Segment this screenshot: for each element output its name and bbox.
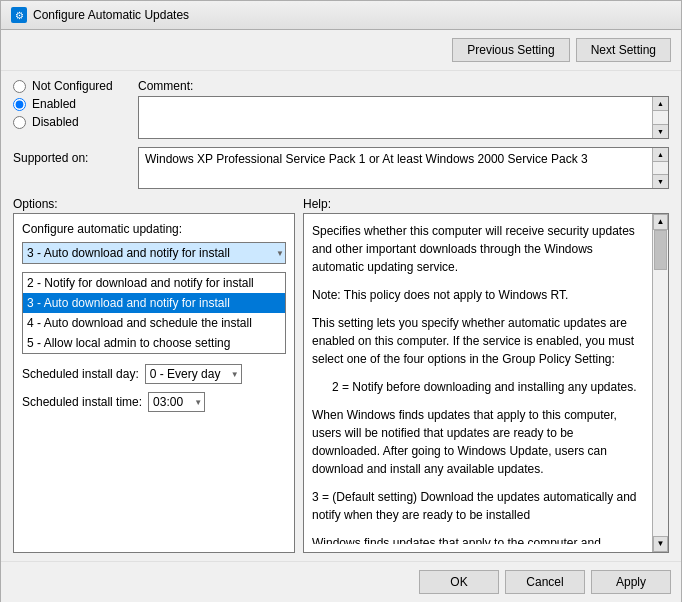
top-navigation: Previous Setting Next Setting [1, 30, 681, 71]
supported-scroll-track [653, 162, 668, 174]
radio-comment-section: Not Configured Enabled Disabled Comment:… [1, 71, 681, 143]
schedule-time-wrapper: 03:00 ▼ [148, 392, 205, 412]
comment-section: Comment: ▲ ▼ [138, 79, 669, 139]
radio-enabled[interactable]: Enabled [13, 97, 128, 111]
help-content: Specifies whether this computer will rec… [312, 222, 660, 544]
dropdown-item-0[interactable]: 2 - Notify for download and notify for i… [23, 273, 285, 293]
schedule-time-select[interactable]: 03:00 [148, 392, 205, 412]
help-scroll-thumb[interactable] [654, 230, 667, 270]
comment-textarea-container: ▲ ▼ [138, 96, 669, 139]
help-scroll-track [653, 230, 668, 536]
comment-textarea[interactable] [139, 97, 652, 138]
radio-enabled-input[interactable] [13, 98, 26, 111]
schedule-time-label: Scheduled install time: [22, 395, 142, 409]
radio-enabled-label: Enabled [32, 97, 76, 111]
supported-label: Supported on: [13, 147, 128, 165]
help-section-label: Help: [303, 197, 669, 211]
schedule-day-label: Scheduled install day: [22, 367, 139, 381]
radio-not-configured[interactable]: Not Configured [13, 79, 128, 93]
help-para-2: This setting lets you specify whether au… [312, 314, 644, 368]
options-panel: Configure automatic updating: 3 - Auto d… [13, 213, 295, 553]
dropdown-list: 2 - Notify for download and notify for i… [22, 272, 286, 354]
help-panel: Specifies whether this computer will rec… [303, 213, 669, 553]
help-scrollbar: ▲ ▼ [652, 214, 668, 552]
configure-label: Configure automatic updating: [22, 222, 286, 236]
help-para-5: 3 = (Default setting) Download the updat… [312, 488, 644, 524]
panel-labels-row: Options: Help: [1, 197, 681, 213]
title-bar: ⚙ Configure Automatic Updates [1, 1, 681, 30]
configure-dropdown[interactable]: 3 - Auto download and notify for install [22, 242, 286, 264]
supported-value: Windows XP Professional Service Pack 1 o… [139, 148, 652, 188]
dropdown-item-1[interactable]: 3 - Auto download and notify for install [23, 293, 285, 313]
bottom-buttons: OK Cancel Apply [1, 561, 681, 602]
cancel-button[interactable]: Cancel [505, 570, 585, 594]
comment-scroll-track [653, 111, 668, 124]
comment-scrollbar: ▲ ▼ [652, 97, 668, 138]
next-setting-button[interactable]: Next Setting [576, 38, 671, 62]
radio-disabled-label: Disabled [32, 115, 79, 129]
supported-scroll-down[interactable]: ▼ [653, 174, 668, 188]
supported-scroll-up[interactable]: ▲ [653, 148, 668, 162]
supported-section: Supported on: Windows XP Professional Se… [1, 143, 681, 197]
help-scroll-down[interactable]: ▼ [653, 536, 668, 552]
radio-not-configured-input[interactable] [13, 80, 26, 93]
configure-dropdown-container: 3 - Auto download and notify for install… [22, 242, 286, 264]
previous-setting-button[interactable]: Previous Setting [452, 38, 569, 62]
main-panels: Configure automatic updating: 3 - Auto d… [1, 213, 681, 561]
schedule-day-row: Scheduled install day: 0 - Every day ▼ [22, 364, 286, 384]
radio-disabled-input[interactable] [13, 116, 26, 129]
help-box: Specifies whether this computer will rec… [303, 213, 669, 553]
dialog-window: ⚙ Configure Automatic Updates Previous S… [0, 0, 682, 602]
dialog-title: Configure Automatic Updates [33, 8, 671, 22]
configure-dropdown-wrapper: 3 - Auto download and notify for install… [22, 242, 286, 264]
schedule-time-row: Scheduled install time: 03:00 ▼ [22, 392, 286, 412]
supported-scrollbar: ▲ ▼ [652, 148, 668, 188]
help-para-3: 2 = Notify before downloading and instal… [332, 378, 644, 396]
ok-button[interactable]: OK [419, 570, 499, 594]
dialog-icon: ⚙ [11, 7, 27, 23]
options-box: Configure automatic updating: 3 - Auto d… [13, 213, 295, 553]
help-text: Specifies whether this computer will rec… [312, 222, 644, 544]
comment-label: Comment: [138, 79, 669, 93]
apply-button[interactable]: Apply [591, 570, 671, 594]
supported-value-container: Windows XP Professional Service Pack 1 o… [138, 147, 669, 189]
dropdown-item-2[interactable]: 4 - Auto download and schedule the insta… [23, 313, 285, 333]
schedule-day-select[interactable]: 0 - Every day [145, 364, 242, 384]
schedule-day-wrapper: 0 - Every day ▼ [145, 364, 242, 384]
help-para-1: Note: This policy does not apply to Wind… [312, 286, 644, 304]
radio-not-configured-label: Not Configured [32, 79, 113, 93]
dropdown-item-3[interactable]: 5 - Allow local admin to choose setting [23, 333, 285, 353]
help-para-4: When Windows finds updates that apply to… [312, 406, 644, 478]
comment-scroll-up[interactable]: ▲ [653, 97, 668, 111]
radio-group: Not Configured Enabled Disabled [13, 79, 128, 129]
help-para-0: Specifies whether this computer will rec… [312, 222, 644, 276]
radio-disabled[interactable]: Disabled [13, 115, 128, 129]
help-scroll-up[interactable]: ▲ [653, 214, 668, 230]
options-section-label: Options: [13, 197, 295, 211]
comment-scroll-down[interactable]: ▼ [653, 124, 668, 138]
help-para-6: Windows finds updates that apply to the … [312, 534, 644, 544]
